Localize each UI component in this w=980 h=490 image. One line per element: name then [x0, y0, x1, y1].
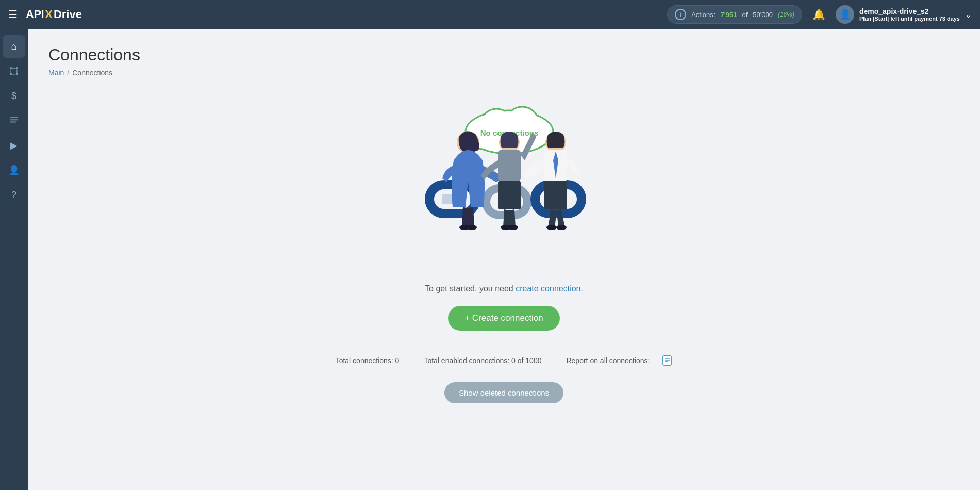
logo-drive: Drive	[54, 8, 82, 21]
svg-point-0	[10, 67, 12, 69]
sidebar-item-media[interactable]: ▶	[3, 134, 25, 157]
svg-rect-6	[12, 68, 16, 69]
user-plan: Plan |Start| left until payment 73 days	[859, 15, 960, 22]
chevron-down-icon[interactable]: ⌄	[965, 10, 972, 20]
create-connection-link[interactable]: create connection.	[516, 284, 583, 293]
actions-percent: (16%)	[778, 11, 794, 18]
bell-button[interactable]: 🔔	[810, 6, 827, 23]
show-deleted-button[interactable]: Show deleted connections	[444, 382, 563, 403]
svg-rect-4	[10, 70, 11, 73]
sidebar-item-tasks[interactable]	[3, 109, 25, 132]
total-connections: Total connections: 0	[336, 356, 400, 365]
menu-icon[interactable]: ☰	[8, 8, 18, 21]
plan-days: 73 days	[939, 15, 960, 22]
logo-x: X	[45, 8, 53, 21]
breadcrumb-current: Connections	[72, 69, 112, 77]
report-icon[interactable]	[662, 355, 672, 366]
sidebar-item-profile[interactable]: 👤	[3, 159, 25, 182]
report-label: Report on all connections:	[566, 356, 650, 365]
sidebar-item-connections[interactable]	[3, 60, 25, 83]
user-name: demo_apix-drive_s2	[859, 7, 960, 15]
sidebar-item-home[interactable]: ⌂	[3, 35, 25, 58]
svg-rect-33	[498, 150, 521, 181]
breadcrumb: Main / Connections	[48, 69, 959, 77]
sidebar-item-billing[interactable]: $	[3, 85, 25, 107]
svg-rect-7	[12, 74, 16, 75]
create-connection-button[interactable]: + Create connection	[448, 306, 560, 331]
total-enabled-connections: Total enabled connections: 0 of 1000	[424, 356, 541, 365]
tagline: To get started, you need create connecti…	[425, 284, 583, 293]
user-info: demo_apix-drive_s2 Plan |Start| left unt…	[859, 7, 960, 22]
illustration: No connections	[406, 104, 602, 269]
svg-rect-9	[10, 120, 18, 121]
breadcrumb-main-link[interactable]: Main	[48, 69, 64, 77]
svg-point-2	[10, 73, 12, 75]
svg-point-36	[508, 225, 518, 230]
page-title: Connections	[48, 45, 959, 64]
tagline-prefix: To get started, you need	[425, 284, 513, 293]
main-content: Connections Main / Connections	[28, 29, 980, 490]
logo: API X Drive	[26, 8, 82, 21]
sidebar: ⌂ $ ▶ 👤 ?	[0, 29, 28, 490]
layout: ⌂ $ ▶ 👤 ? Connections Main / Connections	[0, 29, 980, 490]
logo-api: API	[26, 8, 44, 21]
connections-icon	[9, 66, 19, 76]
svg-point-42	[556, 225, 567, 230]
svg-point-1	[16, 67, 18, 69]
svg-rect-5	[16, 70, 18, 73]
actions-count: 7'951	[720, 11, 737, 19]
actions-total: 50'000	[753, 11, 773, 19]
center-content: No connections	[48, 93, 959, 414]
breadcrumb-separator: /	[67, 69, 69, 77]
sidebar-item-help[interactable]: ?	[3, 184, 25, 206]
actions-pill: i Actions: 7'951 of 50'000 (16%)	[667, 5, 802, 24]
plan-text: Plan |Start| left until payment	[859, 15, 938, 22]
svg-point-41	[546, 225, 557, 230]
user-area: 👤 demo_apix-drive_s2 Plan |Start| left u…	[836, 5, 972, 24]
topnav: ☰ API X Drive i Actions: 7'951 of 50'000…	[0, 0, 980, 29]
svg-rect-10	[10, 122, 16, 123]
svg-rect-8	[10, 117, 18, 118]
info-icon: i	[675, 9, 686, 20]
svg-rect-43	[663, 356, 671, 365]
svg-point-3	[16, 73, 18, 75]
svg-rect-34	[498, 181, 521, 209]
svg-point-31	[467, 225, 477, 230]
svg-rect-40	[544, 181, 567, 209]
actions-of: of	[742, 11, 748, 19]
actions-label: Actions:	[691, 11, 715, 19]
no-connections-illustration: No connections	[406, 104, 602, 269]
stats-bar: Total connections: 0 Total enabled conne…	[336, 355, 673, 366]
tasks-icon	[9, 116, 19, 126]
user-avatar: 👤	[836, 5, 854, 24]
